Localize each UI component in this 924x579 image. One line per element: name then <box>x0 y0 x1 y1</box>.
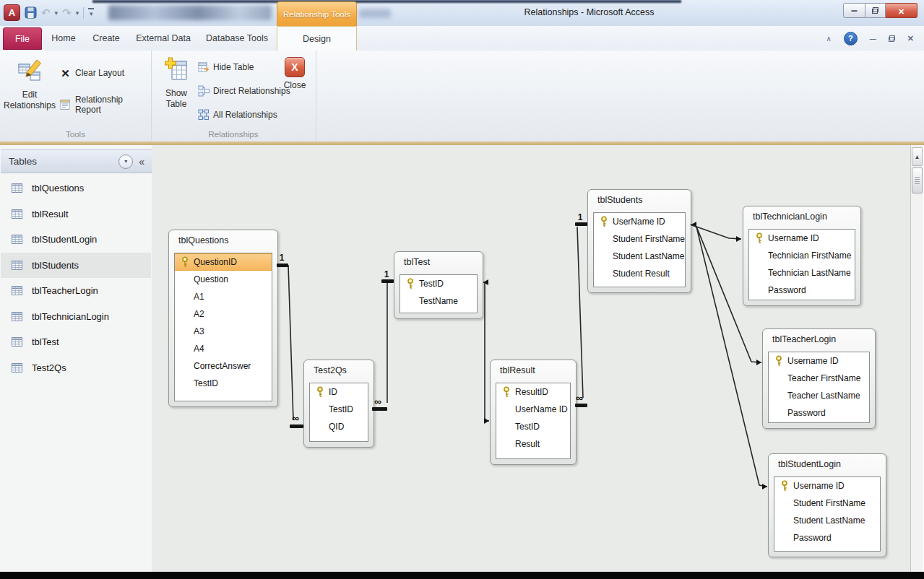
diagram-field-Password[interactable]: Password <box>749 282 855 299</box>
redo-icon[interactable] <box>62 8 72 18</box>
diagram-field-UserName ID[interactable]: UserName ID <box>496 401 570 418</box>
diagram-field-Student LastName[interactable]: Student LastName <box>774 512 880 529</box>
diagram-field-list: IDTestIDQID <box>309 383 368 442</box>
sidebar-item-tblStudents[interactable]: tblStudents <box>1 253 151 279</box>
diagram-table-tblQuestions[interactable]: tblQuestionsQuestionIDQuestionA1A2A3A4Co… <box>168 230 278 407</box>
tab-file[interactable]: File <box>3 27 42 50</box>
save-icon[interactable] <box>25 6 37 19</box>
nav-pane-dropdown-icon[interactable] <box>118 154 133 169</box>
sidebar-item-tblTest[interactable]: tblTest <box>1 329 151 355</box>
diagram-table-tblTest[interactable]: tblTestTestIDTestName <box>394 251 483 319</box>
diagram-field-Teacher FirstName[interactable]: Teacher FirstName <box>769 370 869 387</box>
diagram-table-tblTeacherLogin[interactable]: tblTeacherLoginUsername IDTeacher FirstN… <box>762 328 876 429</box>
tab-design-active[interactable]: Design <box>277 26 357 51</box>
doc-restore-icon[interactable] <box>889 35 895 42</box>
direct-relationships-button[interactable]: Direct Relationships <box>197 83 290 99</box>
diagram-field-Username ID[interactable]: Username ID <box>769 352 869 370</box>
scrollbar-thumb[interactable] <box>912 167 923 193</box>
help-icon[interactable] <box>844 32 858 45</box>
all-relationships-button[interactable]: All Relationships <box>197 107 277 123</box>
diagram-field-Student LastName[interactable]: Student LastName <box>594 248 685 265</box>
tab-external-data[interactable]: External Data <box>131 28 195 48</box>
diagram-field-Username ID[interactable]: Username ID <box>774 477 880 495</box>
diagram-field-Question[interactable]: Question <box>175 271 272 288</box>
diagram-field-Username ID[interactable]: Username ID <box>749 230 855 247</box>
diagram-table-title[interactable]: tblResult <box>491 360 576 375</box>
doc-minimize-icon[interactable] <box>870 35 876 43</box>
diagram-table-tblResult[interactable]: tblResultResultIDUserName IDTestIDResult <box>490 360 577 465</box>
navigation-pane-header[interactable]: Tables <box>1 149 152 173</box>
diagram-field-TestID[interactable]: TestID <box>175 375 272 392</box>
sidebar-item-tblTechnicianLogin[interactable]: tblTechnicianLogin <box>1 304 151 330</box>
diagram-table-tblStudentLogin[interactable]: tblStudentLoginUsername IDStudent FirstN… <box>768 453 886 557</box>
sidebar-item-tblStudentLogin[interactable]: tblStudentLogin <box>1 227 151 253</box>
diagram-table-title[interactable]: tblQuestions <box>169 230 277 245</box>
diagram-table-title[interactable]: tblTest <box>394 252 483 267</box>
diagram-field-Student Result[interactable]: Student Result <box>594 265 685 282</box>
diagram-table-Test2Qs[interactable]: Test2QsIDTestIDQID <box>303 360 374 448</box>
diagram-field-ResultID[interactable]: ResultID <box>496 383 570 401</box>
diagram-table-tblTechnicianLogin[interactable]: tblTechnicianLoginUsername IDTechnician … <box>743 206 861 306</box>
tab-home[interactable]: Home <box>45 28 82 48</box>
diagram-table-tblStudents[interactable]: tblStudentsUserName IDStudent FirstNameS… <box>587 189 691 293</box>
diagram-field-Password[interactable]: Password <box>774 529 880 547</box>
customize-quick-access-icon[interactable] <box>88 8 94 17</box>
scroll-up-button[interactable] <box>912 147 923 166</box>
undo-dropdown-icon[interactable] <box>55 9 59 17</box>
close-window-button[interactable] <box>886 3 917 18</box>
undo-icon[interactable] <box>41 8 51 18</box>
diagram-field-Technician FirstName[interactable]: Technician FirstName <box>749 247 855 264</box>
diagram-table-title[interactable]: Test2Qs <box>304 360 374 375</box>
diagram-field-label: Student FirstName <box>613 234 685 244</box>
sidebar-item-tblResult[interactable]: tblResult <box>1 201 151 227</box>
redo-dropdown-icon[interactable] <box>76 9 79 17</box>
diagram-field-ID[interactable]: ID <box>310 383 368 401</box>
diagram-field-A3[interactable]: A3 <box>175 323 272 340</box>
show-table-button[interactable]: Show Table <box>158 54 194 129</box>
tab-database-tools[interactable]: Database Tools <box>199 28 275 48</box>
sidebar-item-tblQuestions[interactable]: tblQuestions <box>1 175 151 201</box>
diagram-field-A1[interactable]: A1 <box>175 288 272 305</box>
diagram-table-title[interactable]: tblStudentLogin <box>769 454 886 469</box>
diagram-field-A2[interactable]: A2 <box>175 305 272 323</box>
collapse-pane-icon[interactable] <box>139 156 144 167</box>
diagram-field-QuestionID[interactable]: QuestionID <box>175 253 272 271</box>
doc-close-icon[interactable] <box>907 35 914 43</box>
diagram-field-Technician LastName[interactable]: Technician LastName <box>749 264 855 282</box>
diagram-field-Result[interactable]: Result <box>496 435 570 453</box>
diagram-field-label: ResultID <box>515 387 548 397</box>
diagram-field-TestID[interactable]: TestID <box>400 275 477 292</box>
diagram-table-title[interactable]: tblStudents <box>588 190 691 205</box>
sidebar-item-Test2Qs[interactable]: Test2Qs <box>1 355 151 381</box>
primary-key-icon <box>406 278 415 292</box>
diagram-table-title[interactable]: tblTeacherLogin <box>763 329 875 344</box>
diagram-field-A4[interactable]: A4 <box>175 340 272 357</box>
diagram-field-Teacher LastName[interactable]: Teacher LastName <box>769 387 869 404</box>
close-relationships-button[interactable]: Close <box>278 54 311 129</box>
minimize-button[interactable] <box>843 3 865 18</box>
diagram-field-TestID[interactable]: TestID <box>310 401 368 418</box>
relationship-report-button[interactable]: Relationship Report <box>59 97 151 113</box>
diagram-table-title[interactable]: tblTechnicianLogin <box>743 206 860 222</box>
contextual-tab-header: Relationship Tools <box>277 1 357 27</box>
diagram-field-Student FirstName[interactable]: Student FirstName <box>594 230 685 248</box>
collapse-ribbon-icon[interactable] <box>826 35 831 43</box>
diagram-field-UserName ID[interactable]: UserName ID <box>594 213 685 230</box>
table-icon <box>12 363 22 373</box>
diagram-field-TestID[interactable]: TestID <box>496 418 570 435</box>
restore-button[interactable] <box>865 3 886 18</box>
tab-create[interactable]: Create <box>87 28 126 48</box>
diagram-field-TestName[interactable]: TestName <box>400 292 477 310</box>
diagram-field-Student FirstName[interactable]: Student FirstName <box>774 495 880 512</box>
vertical-scrollbar[interactable] <box>910 145 923 572</box>
hide-table-button[interactable]: Hide Table <box>197 59 254 75</box>
diagram-field-CorrectAnswer[interactable]: CorrectAnswer <box>175 357 272 375</box>
edit-relationships-label: Edit Relationships <box>4 90 56 112</box>
diagram-field-QID[interactable]: QID <box>310 418 368 435</box>
clear-layout-button[interactable]: Clear Layout <box>59 65 124 81</box>
diagram-field-Password[interactable]: Password <box>769 404 869 422</box>
nav-pane-title: Tables <box>1 156 118 167</box>
sidebar-item-tblTeacherLogin[interactable]: tblTeacherLogin <box>1 278 151 304</box>
access-app-icon[interactable] <box>4 4 20 21</box>
edit-relationships-button[interactable]: Edit Relationships <box>6 54 53 129</box>
